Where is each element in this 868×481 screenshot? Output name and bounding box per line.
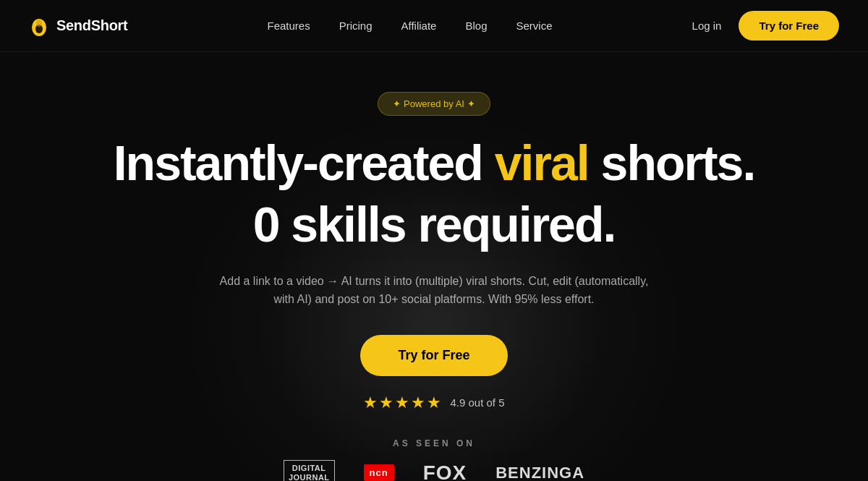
nav-pricing[interactable]: Pricing: [339, 20, 373, 32]
ncn-logo: ncn: [364, 464, 394, 481]
hero-description: Add a link to a video → AI turns it into…: [210, 272, 658, 309]
logo-icon: [29, 16, 49, 36]
as-seen-label: AS SEEN ON: [393, 438, 475, 448]
nav-affiliate[interactable]: Affiliate: [401, 20, 437, 32]
press-logos: DIGITALJOURNAL ncn FOX BENZINGA: [284, 460, 584, 481]
hero-headline-line1: Instantly-created viral shorts.: [114, 136, 755, 190]
hero-try-free-button[interactable]: Try for Free: [360, 335, 507, 376]
star-rating: ★★★★★: [363, 393, 443, 412]
nav-service[interactable]: Service: [516, 20, 553, 32]
hero-headline-line2: 0 skills required.: [253, 197, 616, 252]
brand-name: SendShort: [56, 17, 127, 34]
rating-row: ★★★★★ 4.9 out of 5: [363, 393, 504, 412]
rating-text: 4.9 out of 5: [450, 396, 504, 409]
hero-section: ✦ Powered by AI ✦ Instantly-created vira…: [0, 52, 868, 481]
logo[interactable]: SendShort: [29, 16, 127, 36]
login-link[interactable]: Log in: [692, 20, 722, 32]
benzinga-logo: BENZINGA: [495, 464, 584, 481]
headline-viral: viral: [495, 135, 589, 190]
nav-actions: Log in Try for Free: [692, 11, 839, 41]
nav-features[interactable]: Features: [267, 20, 310, 32]
nav-links: Features Pricing Affiliate Blog Service: [267, 20, 552, 33]
digital-journal-logo: DIGITALJOURNAL: [284, 460, 335, 481]
headline-part1: Instantly-created: [114, 135, 495, 190]
nav-try-free-button[interactable]: Try for Free: [739, 11, 839, 41]
as-seen-on-section: AS SEEN ON DIGITALJOURNAL ncn FOX BENZIN…: [284, 438, 584, 481]
powered-badge: ✦ Powered by AI ✦: [378, 92, 490, 116]
svg-point-2: [36, 20, 42, 27]
nav-blog[interactable]: Blog: [465, 20, 487, 32]
fox-logo: FOX: [423, 461, 467, 481]
navbar: SendShort Features Pricing Affiliate Blo…: [0, 0, 868, 52]
headline-part2: shorts.: [589, 135, 755, 190]
